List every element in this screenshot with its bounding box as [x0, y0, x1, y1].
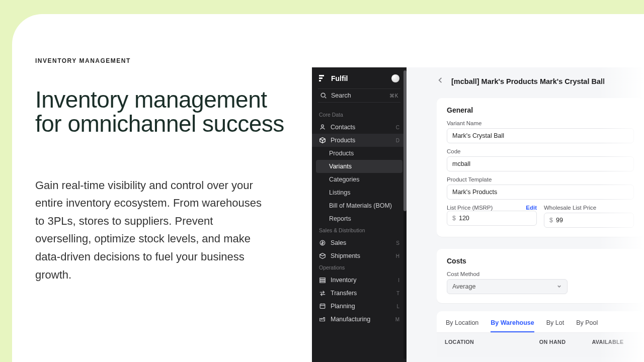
hero-body: Gain real-time visibility and control ov…	[35, 176, 272, 284]
th-more: TO WARE	[638, 333, 644, 357]
inventory-tabs-card: By Location By Warehouse By Lot By Pool …	[437, 311, 644, 357]
th-on-hand: ON HAND	[527, 333, 578, 357]
list-price-field[interactable]: $ 120	[447, 211, 537, 226]
sidebar-sub-reports[interactable]: Reports	[312, 212, 407, 225]
detail-inner: [mcball] Mark's Products Mark's Crystal …	[407, 67, 644, 357]
planning-icon	[319, 303, 326, 310]
costs-heading: Costs	[447, 257, 634, 265]
hero-title: Inventory management for omnichannel suc…	[35, 87, 292, 136]
currency-symbol: $	[452, 215, 456, 222]
wholesale-value: 99	[556, 217, 563, 224]
tab-by-location[interactable]: By Location	[446, 319, 478, 332]
svg-rect-7	[320, 278, 326, 280]
sidebar-item-contacts[interactable]: Contacts C	[312, 121, 407, 134]
content-wrap: INVENTORY MANAGEMENT Inventory managemen…	[12, 14, 644, 362]
wholesale-label: Wholesale List Price	[544, 205, 634, 211]
page-root: INVENTORY MANAGEMENT Inventory managemen…	[0, 0, 644, 362]
edit-list-price-link[interactable]: Edit	[526, 205, 537, 211]
search-shortcut: ⌘K	[389, 93, 398, 99]
cost-method-value: Average	[452, 283, 475, 290]
variant-name-label: Variant Name	[447, 120, 634, 126]
sidebar-item-label: Planning	[331, 303, 355, 310]
costs-card: Costs Cost Method Average	[437, 249, 644, 303]
sidebar-item-label: Transfers	[331, 290, 357, 297]
shortcut-key: C	[396, 125, 399, 130]
shortcut-key: L	[396, 304, 399, 309]
user-avatar[interactable]	[391, 74, 399, 82]
variant-name-field[interactable]: Mark's Crystal Ball	[447, 128, 634, 143]
contacts-icon	[319, 124, 326, 131]
sidebar-item-label: Inventory	[331, 277, 356, 284]
sidebar-item-label: Products	[331, 137, 355, 144]
cost-method-select[interactable]: Average	[447, 279, 568, 294]
template-field[interactable]: Mark's Products	[447, 185, 634, 200]
sidebar-sub-bom[interactable]: Bill of Materials (BOM)	[312, 199, 407, 212]
search-icon	[320, 92, 327, 99]
wholesale-field[interactable]: $ 99	[544, 213, 634, 228]
svg-rect-10	[320, 304, 325, 309]
sidebar-search[interactable]: Search ⌘K	[318, 88, 400, 103]
price-row: List Price (MSRP) Edit $ 120 Wh	[447, 205, 634, 228]
sidebar-item-sales[interactable]: Sales S	[312, 236, 407, 249]
app-frame: Fulfil Search ⌘K Core Data	[312, 67, 644, 362]
white-sheet: INVENTORY MANAGEMENT Inventory managemen…	[12, 14, 644, 362]
search-label: Search	[331, 92, 351, 99]
section-operations: Operations	[312, 262, 407, 274]
general-card: General Variant Name Mark's Crystal Ball…	[437, 98, 644, 237]
code-field[interactable]: mcball	[447, 156, 634, 171]
breadcrumb-row: [mcball] Mark's Products Mark's Crystal …	[437, 76, 644, 86]
shortcut-key: M	[395, 317, 399, 322]
currency-symbol: $	[549, 217, 553, 224]
sidebar-item-manufacturing[interactable]: Manufacturing M	[312, 313, 407, 326]
sidebar-item-products[interactable]: Products D	[312, 134, 407, 147]
svg-line-4	[325, 97, 327, 99]
svg-rect-2	[319, 80, 321, 81]
list-price-col: List Price (MSRP) Edit $ 120	[447, 205, 537, 228]
svg-point-3	[321, 93, 325, 97]
shipments-icon	[319, 252, 326, 259]
sidebar-item-label: Contacts	[331, 124, 355, 131]
sidebar: Fulfil Search ⌘K Core Data	[312, 67, 407, 362]
th-available: AVAILABLE	[578, 333, 638, 357]
sidebar-item-planning[interactable]: Planning L	[312, 300, 407, 313]
fulfil-logo-icon	[319, 75, 327, 82]
sidebar-sub-variants[interactable]: Variants	[316, 160, 403, 173]
cost-method-label: Cost Method	[447, 271, 634, 277]
shortcut-key: H	[396, 253, 399, 259]
inventory-icon	[319, 277, 326, 284]
marketing-column: INVENTORY MANAGEMENT Inventory managemen…	[12, 14, 312, 362]
svg-rect-1	[319, 77, 323, 79]
sidebar-sub-listings[interactable]: Listings	[312, 186, 407, 199]
inventory-tabs: By Location By Warehouse By Lot By Pool	[437, 316, 644, 332]
sidebar-sub-products[interactable]: Products	[312, 147, 407, 160]
manufacturing-icon	[319, 316, 326, 323]
shortcut-key: I	[398, 278, 399, 283]
tab-by-pool[interactable]: By Pool	[576, 319, 598, 332]
sidebar-sub-categories[interactable]: Categories	[312, 173, 407, 186]
code-label: Code	[447, 148, 634, 154]
sidebar-item-inventory[interactable]: Inventory I	[312, 274, 407, 287]
sidebar-item-label: Manufacturing	[331, 316, 370, 323]
sidebar-item-label: Shipments	[331, 252, 360, 259]
brand-left[interactable]: Fulfil	[319, 74, 348, 82]
sidebar-item-label: Sales	[331, 239, 346, 246]
sidebar-brand-row: Fulfil	[312, 74, 407, 88]
svg-rect-9	[320, 282, 326, 283]
section-sales-dist: Sales & Distribution	[312, 225, 407, 236]
eyebrow: INVENTORY MANAGEMENT	[35, 57, 292, 64]
back-arrow-icon[interactable]	[437, 76, 444, 86]
general-heading: General	[447, 106, 634, 114]
breadcrumb-title: [mcball] Mark's Products Mark's Crystal …	[451, 77, 605, 85]
svg-rect-8	[320, 280, 326, 281]
tab-by-warehouse[interactable]: By Warehouse	[491, 319, 534, 332]
shortcut-key: D	[396, 138, 399, 143]
transfers-icon	[319, 290, 326, 297]
products-icon	[319, 137, 326, 144]
section-core-data: Core Data	[312, 110, 407, 121]
inventory-table-header: LOCATION ON HAND AVAILABLE TO WARE	[437, 332, 644, 357]
wholesale-col: Wholesale List Price $ 99	[544, 205, 634, 228]
sidebar-item-transfers[interactable]: Transfers T	[312, 287, 407, 300]
tab-by-lot[interactable]: By Lot	[546, 319, 564, 332]
sidebar-item-shipments[interactable]: Shipments H	[312, 249, 407, 262]
chevron-down-icon	[556, 284, 562, 290]
